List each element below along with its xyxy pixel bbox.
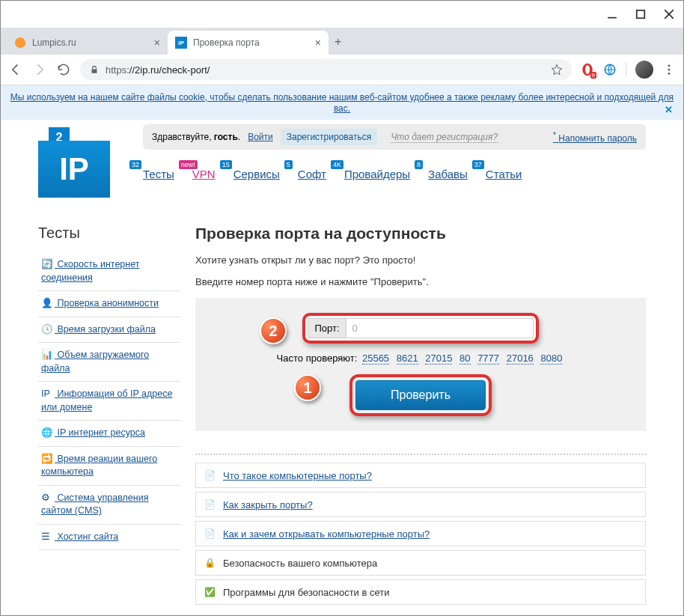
svg-point-10: [668, 73, 671, 75]
sidebar-item[interactable]: 🔄 Скорость интернет соединения: [38, 252, 180, 291]
sidebar-title: Тесты: [38, 225, 180, 242]
register-link[interactable]: Зарегистрироваться: [281, 129, 377, 145]
freq-label: Часто проверяют:: [277, 353, 358, 364]
freq-port-link[interactable]: 7777: [477, 353, 499, 365]
lock-icon: 🔒: [204, 557, 216, 569]
sidebar-item[interactable]: 🌐 IP интернет ресурса: [38, 421, 180, 447]
sidebar-item[interactable]: 🔁 Время реакции вашего компьютера: [38, 447, 180, 486]
faq-item[interactable]: 🔒Безопасность вашего компьютера: [195, 550, 646, 576]
menu-icon[interactable]: [662, 63, 676, 76]
check-button-highlight: Проверить: [349, 374, 492, 416]
sidebar-item[interactable]: 🕓 Время загрузки файла: [38, 317, 180, 344]
login-link[interactable]: Войти: [248, 132, 273, 142]
faq-item[interactable]: ✅Программы для безопасности в сети: [195, 579, 646, 605]
sidebar-item[interactable]: IP Информация об IP адресе или домене: [38, 382, 180, 421]
reload-button[interactable]: [56, 62, 71, 77]
note-icon: 📄: [204, 469, 216, 481]
main-content: Проверка порта на доступность Хотите узн…: [195, 225, 646, 609]
tab-title: Lumpics.ru: [32, 37, 148, 48]
tabs-row: Lumpics.ru × IP Проверка порта × +: [1, 28, 683, 55]
port-field-wrap: Порт:: [302, 313, 538, 344]
tab-close-icon[interactable]: ×: [154, 37, 160, 49]
favicon-lumpics: [14, 37, 26, 49]
freq-port-link[interactable]: 27015: [425, 353, 452, 365]
freq-port-link[interactable]: 8621: [397, 353, 418, 365]
page-title: Проверка порта на доступность: [195, 225, 646, 243]
url-text: https://2ip.ru/check-port/: [106, 64, 210, 76]
faq-item[interactable]: 📄Как и зачем открывать компьютерные порт…: [195, 521, 646, 546]
opera-ext-icon[interactable]: 9: [581, 63, 594, 76]
shield-icon: ✅: [204, 586, 216, 598]
nav-item-статьи[interactable]: 37Статьи: [486, 168, 522, 180]
nav-item-провайдеры[interactable]: 4KПровайдеры: [344, 168, 410, 180]
faq-item[interactable]: 📄Что такое компьютерные порты?: [195, 463, 646, 488]
remind-password-link[interactable]: * Напомнить пароль: [553, 131, 637, 144]
note-icon: 📄: [204, 528, 216, 540]
address-bar-row: https://2ip.ru/check-port/ 9: [1, 55, 683, 85]
greeting: Здравствуйте, гость.: [152, 132, 240, 142]
minimize-icon[interactable]: [607, 9, 617, 19]
sidebar-item[interactable]: 👤 Проверка анонимности: [38, 291, 180, 317]
check-button[interactable]: Проверить: [355, 380, 486, 410]
main-nav: 32Тестыnew!VPN15Сервисы5Софт4KПровайдеры…: [143, 150, 646, 188]
cookie-banner: Мы используем на нашем сайте файлы cooki…: [1, 85, 683, 120]
new-tab-button[interactable]: +: [329, 29, 347, 55]
nav-item-тесты[interactable]: 32Тесты: [143, 168, 174, 180]
extension-icons: 9: [581, 61, 676, 79]
cookie-close-button[interactable]: ✕: [665, 104, 673, 115]
lock-icon: [89, 64, 100, 75]
user-bar: Здравствуйте, гость. Войти Зарегистриров…: [143, 124, 646, 150]
tab-check-port[interactable]: IP Проверка порта ×: [168, 31, 329, 55]
nav-item-софт[interactable]: 5Софт: [298, 168, 326, 180]
freq-port-link[interactable]: 25565: [362, 353, 389, 365]
site-header: 2 IP Здравствуйте, гость. Войти Зарегист…: [1, 120, 683, 210]
sidebar-item[interactable]: ⚙ Система управления сайтом (CMS): [38, 486, 180, 525]
what-gives-link[interactable]: Что дает регистрация?: [391, 132, 498, 143]
note-icon: 📄: [204, 498, 216, 510]
address-bar[interactable]: https://2ip.ru/check-port/: [80, 59, 572, 80]
tab-title: Проверка порта: [193, 37, 309, 48]
port-input[interactable]: [346, 318, 534, 338]
nav-item-vpn[interactable]: new!VPN: [192, 168, 216, 180]
forward-button[interactable]: [32, 62, 47, 77]
freq-port-link[interactable]: 8080: [540, 353, 562, 365]
sidebar-item[interactable]: ☰ Хостинг сайта: [38, 525, 180, 551]
annotation-2: 2: [260, 317, 287, 344]
profile-avatar[interactable]: [635, 61, 653, 79]
window-controls: [1, 1, 683, 28]
maximize-icon[interactable]: [635, 9, 646, 19]
svg-point-6: [585, 65, 590, 74]
sidebar: Тесты 🔄 Скорость интернет соединения👤 Пр…: [38, 225, 180, 609]
port-check-panel: Порт: Часто проверяют: 25565 8621 27015 …: [195, 298, 646, 431]
svg-point-9: [668, 69, 671, 71]
tab-close-icon[interactable]: ×: [315, 37, 321, 49]
frequent-ports-row: Часто проверяют: 25565 8621 27015 80 777…: [210, 353, 631, 364]
nav-item-забавы[interactable]: 8Забавы: [428, 168, 468, 180]
annotation-1: 1: [294, 374, 321, 401]
back-button[interactable]: [8, 62, 23, 77]
close-icon[interactable]: [664, 9, 674, 19]
logo[interactable]: 2 IP: [38, 127, 120, 210]
cookie-link[interactable]: Мы используем на нашем сайте файлы cooki…: [10, 92, 674, 114]
freq-port-link[interactable]: 80: [459, 353, 470, 365]
faq-item[interactable]: 📄Как закрыть порты?: [195, 492, 646, 517]
bookmark-icon[interactable]: [551, 64, 563, 76]
logo-big: IP: [38, 141, 110, 198]
faq-list: 📄Что такое компьютерные порты?📄Как закры…: [195, 454, 646, 605]
globe-ext-icon[interactable]: [603, 63, 617, 76]
intro-1: Хотите узнать открыт ли у вас порт? Это …: [195, 254, 646, 266]
tab-lumpics[interactable]: Lumpics.ru ×: [7, 31, 168, 55]
nav-item-сервисы[interactable]: 15Сервисы: [233, 168, 280, 180]
sidebar-item[interactable]: 📊 Объем загружаемого файла: [38, 343, 180, 382]
svg-rect-1: [637, 10, 645, 19]
favicon-2ip: IP: [175, 37, 187, 49]
freq-port-link[interactable]: 27016: [507, 353, 534, 365]
svg-point-8: [668, 64, 671, 67]
svg-rect-4: [92, 69, 97, 73]
intro-2: Введите номер порта ниже и нажмите "Пров…: [195, 276, 646, 287]
port-label: Порт:: [308, 318, 346, 338]
